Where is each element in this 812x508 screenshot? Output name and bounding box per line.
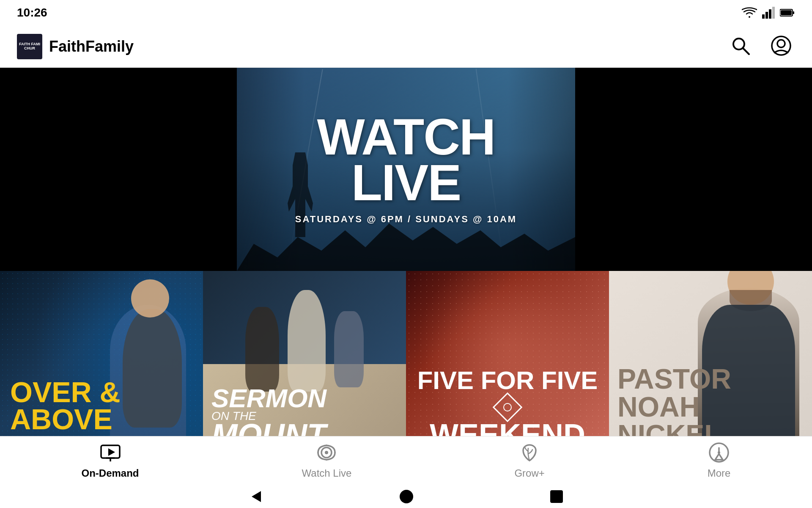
battery-icon xyxy=(780,8,795,17)
svg-rect-3 xyxy=(772,7,775,19)
status-bar: 10:26 xyxy=(0,0,812,25)
more-icon xyxy=(708,442,730,463)
grow-label: Grow+ xyxy=(514,467,544,479)
content-grid: OVER & ABOVE PASTOR DINO RIZZO SERMON ON… xyxy=(0,271,812,457)
card-five-five[interactable]: FIVE FOR FIVE WEEKEND xyxy=(406,271,609,457)
svg-rect-2 xyxy=(769,9,771,19)
wifi-icon xyxy=(742,7,757,19)
watch-live-label: Watch Live xyxy=(302,467,352,479)
app-logo: FAITH FAMI CHUR FaithFamily xyxy=(17,34,134,59)
card-pastor-noah[interactable]: PASTOR NOAH NICKEL xyxy=(609,271,812,457)
nav-grow[interactable]: Grow+ xyxy=(497,438,561,483)
svg-point-22 xyxy=(400,490,413,503)
over-above-title-line1: OVER & xyxy=(10,378,193,406)
hero-banner[interactable]: WATCH LIVE SATURDAYS @ 6PM / SUNDAYS @ 1… xyxy=(0,68,812,271)
nav-watch-live[interactable]: Watch Live xyxy=(285,438,369,483)
nav-more[interactable]: More xyxy=(691,438,748,483)
back-button[interactable] xyxy=(248,489,263,504)
app-title: FaithFamily xyxy=(49,38,134,55)
hero-center-image: WATCH LIVE SATURDAYS @ 6PM / SUNDAYS @ 1… xyxy=(237,68,575,271)
app-bar: FAITH FAMI CHUR FaithFamily xyxy=(0,25,812,68)
app-bar-actions xyxy=(727,32,795,61)
account-button[interactable] xyxy=(767,32,795,61)
home-button[interactable] xyxy=(399,489,414,504)
svg-point-16 xyxy=(325,451,328,454)
svg-marker-19 xyxy=(715,454,723,460)
over-above-title-line2: ABOVE xyxy=(10,406,193,433)
main-content: WATCH LIVE SATURDAYS @ 6PM / SUNDAYS @ 1… xyxy=(0,68,812,457)
signal-icon xyxy=(762,7,775,19)
svg-point-20 xyxy=(718,451,720,454)
status-icons xyxy=(742,7,795,19)
hero-schedule: SATURDAYS @ 6PM / SUNDAYS @ 10AM xyxy=(295,214,517,225)
svg-rect-5 xyxy=(793,11,794,14)
recents-button[interactable] xyxy=(549,489,564,504)
more-label: More xyxy=(708,467,731,479)
grow-icon xyxy=(519,442,540,463)
logo-icon: FAITH FAMI CHUR xyxy=(17,34,42,59)
on-demand-icon xyxy=(100,442,121,463)
svg-marker-21 xyxy=(252,491,261,502)
svg-point-10 xyxy=(777,40,785,47)
account-icon xyxy=(771,35,792,56)
status-time: 10:26 xyxy=(17,6,47,19)
system-nav xyxy=(0,485,812,508)
logo-text: FAITH FAMI CHUR xyxy=(17,42,42,51)
hero-text: WATCH LIVE SATURDAYS @ 6PM / SUNDAYS @ 1… xyxy=(295,114,517,225)
svg-rect-1 xyxy=(765,12,768,19)
svg-line-8 xyxy=(743,48,749,54)
search-button[interactable] xyxy=(727,32,754,61)
svg-rect-6 xyxy=(781,10,792,15)
card-over-above[interactable]: OVER & ABOVE PASTOR DINO RIZZO xyxy=(0,271,203,457)
svg-marker-14 xyxy=(108,448,115,456)
watch-live-icon xyxy=(316,442,337,463)
on-demand-label: On-Demand xyxy=(82,467,139,479)
svg-rect-0 xyxy=(762,14,765,19)
hero-title-line1: WATCH xyxy=(295,114,517,160)
card-sermon-mount[interactable]: SERMON ON THE MOUNT xyxy=(203,271,406,457)
hero-title-line2: LIVE xyxy=(295,160,517,205)
svg-rect-23 xyxy=(550,490,563,503)
search-icon xyxy=(730,35,751,56)
nav-on-demand[interactable]: On-Demand xyxy=(65,438,156,483)
bottom-nav: On-Demand Watch Live Grow+ xyxy=(0,436,812,485)
